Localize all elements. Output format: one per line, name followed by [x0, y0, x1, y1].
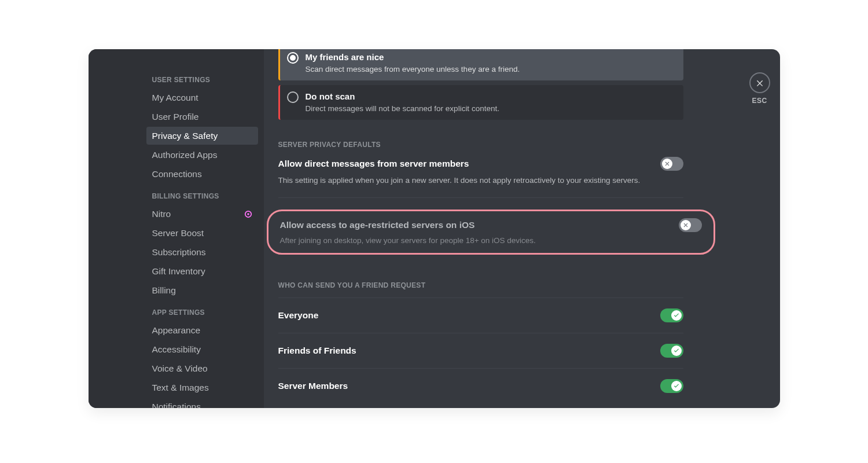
- radio-selected-icon: [287, 52, 299, 64]
- nitro-badge-icon: [244, 210, 252, 218]
- section-header-server-privacy: SERVER PRIVACY DEFAULTS: [278, 141, 683, 149]
- sidebar-item-label: Voice & Video: [152, 363, 208, 374]
- scan-option-friends-nice[interactable]: My friends are nice Scan direct messages…: [278, 49, 683, 80]
- settings-content: My friends are nice Scan direct messages…: [264, 49, 740, 408]
- sidebar-item-notifications[interactable]: Notifications: [146, 398, 258, 408]
- sidebar-item-label: Billing: [152, 285, 176, 296]
- setting-description: This setting is applied when you join a …: [278, 175, 683, 186]
- sidebar-item-text-images[interactable]: Text & Images: [146, 379, 258, 396]
- setting-title: Allow direct messages from server member…: [278, 159, 469, 169]
- content-wrap: My friends are nice Scan direct messages…: [264, 49, 780, 408]
- sidebar-item-privacy-safety[interactable]: Privacy & Safety: [146, 127, 258, 145]
- friend-request-server-members: Server Members: [278, 368, 683, 403]
- setting-title: Allow access to age-restricted servers o…: [280, 220, 475, 230]
- sidebar-item-user-profile[interactable]: User Profile: [146, 108, 258, 126]
- content-inner: My friends are nice Scan direct messages…: [278, 49, 683, 403]
- sidebar-item-label: Server Boost: [152, 228, 204, 238]
- friend-request-label: Everyone: [278, 310, 319, 321]
- svg-point-1: [247, 213, 249, 215]
- sidebar-item-billing[interactable]: Billing: [146, 281, 258, 299]
- sidebar-header-user-settings: USER SETTINGS: [146, 72, 258, 87]
- toggle-knob: [671, 381, 682, 391]
- sidebar-item-label: Text & Images: [152, 383, 209, 393]
- close-icon: [755, 78, 764, 87]
- friend-request-label: Server Members: [278, 381, 348, 391]
- sidebar-item-label: Authorized Apps: [152, 150, 218, 160]
- sidebar-item-gift-inventory[interactable]: Gift Inventory: [146, 262, 258, 280]
- toggle-allow-dm[interactable]: [660, 157, 683, 171]
- setting-allow-dm-from-server-members: Allow direct messages from server member…: [278, 157, 683, 171]
- sidebar-item-label: My Account: [152, 93, 198, 103]
- toggle-knob: [671, 346, 682, 356]
- sidebar-item-label: Gift Inventory: [152, 266, 205, 277]
- scan-option-do-not-scan[interactable]: Do not scan Direct messages will not be …: [278, 85, 683, 120]
- setting-age-restricted-ios: Allow access to age-restricted servers o…: [280, 218, 702, 232]
- sidebar-item-server-boost[interactable]: Server Boost: [146, 224, 258, 242]
- toggle-server-members[interactable]: [660, 379, 683, 393]
- sidebar-item-label: Accessibility: [152, 344, 201, 355]
- sidebar-item-label: User Profile: [152, 112, 199, 122]
- section-header-friend-request: WHO CAN SEND YOU A FRIEND REQUEST: [278, 281, 683, 289]
- toggle-everyone[interactable]: [660, 308, 683, 322]
- sidebar-item-label: Subscriptions: [152, 247, 206, 258]
- toggle-knob: [662, 159, 672, 169]
- friend-request-everyone: Everyone: [278, 297, 683, 333]
- close-button[interactable]: [749, 72, 770, 93]
- radio-title: Do not scan: [306, 91, 499, 102]
- sidebar-item-connections[interactable]: Connections: [146, 165, 258, 183]
- friend-request-label: Friends of Friends: [278, 346, 356, 356]
- sidebar-item-label: Appearance: [152, 325, 201, 336]
- sidebar-item-voice-video[interactable]: Voice & Video: [146, 359, 258, 377]
- sidebar-item-authorized-apps[interactable]: Authorized Apps: [146, 146, 258, 164]
- sidebar-item-label: Nitro: [152, 209, 171, 219]
- radio-title: My friends are nice: [306, 52, 520, 63]
- sidebar-item-subscriptions[interactable]: Subscriptions: [146, 243, 258, 261]
- radio-description: Direct messages will not be scanned for …: [306, 104, 499, 114]
- toggle-knob: [671, 310, 682, 321]
- settings-window: USER SETTINGS My Account User Profile Pr…: [89, 49, 780, 408]
- friend-request-friends-of-friends: Friends of Friends: [278, 333, 683, 368]
- sidebar-header-billing-settings: BILLING SETTINGS: [146, 189, 258, 204]
- toggle-friends-of-friends[interactable]: [660, 344, 683, 358]
- sidebar-item-label: Notifications: [152, 402, 201, 409]
- highlighted-age-restricted-setting: Allow access to age-restricted servers o…: [267, 210, 715, 255]
- sidebar-item-appearance[interactable]: Appearance: [146, 321, 258, 339]
- setting-description: After joining on desktop, view your serv…: [280, 236, 702, 246]
- sidebar-header-app-settings: APP SETTINGS: [146, 305, 258, 320]
- sidebar-item-my-account[interactable]: My Account: [146, 89, 258, 106]
- radio-unselected-icon: [287, 91, 299, 103]
- sidebar-item-label: Connections: [152, 169, 202, 179]
- radio-description: Scan direct messages from everyone unles…: [306, 64, 520, 75]
- settings-sidebar: USER SETTINGS My Account User Profile Pr…: [89, 49, 264, 408]
- sidebar-item-nitro[interactable]: Nitro: [146, 205, 258, 223]
- esc-panel: ESC: [740, 49, 780, 408]
- sidebar-item-accessibility[interactable]: Accessibility: [146, 340, 258, 358]
- toggle-age-restricted[interactable]: [679, 218, 702, 232]
- esc-label: ESC: [752, 97, 767, 105]
- divider: [278, 197, 683, 198]
- sidebar-item-label: Privacy & Safety: [152, 131, 218, 141]
- toggle-knob: [681, 220, 691, 230]
